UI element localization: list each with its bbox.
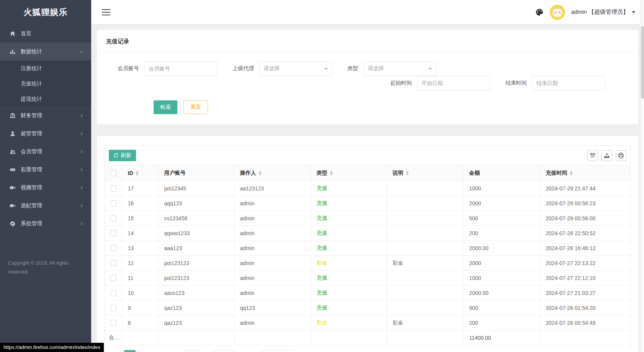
- export-icon[interactable]: [601, 150, 612, 161]
- sidebar-item-label: 财务管理: [21, 112, 79, 119]
- cell-account: poi12345: [158, 181, 234, 196]
- row-select-cell: [105, 300, 122, 315]
- cell-type: 充值: [311, 181, 387, 196]
- page-next-button[interactable]: >: [155, 350, 166, 352]
- chevron-right-icon: [79, 149, 84, 154]
- sidebar-item-system[interactable]: 系统管理: [0, 214, 91, 232]
- cell-id: 14: [122, 226, 158, 241]
- sort-icon[interactable]: [330, 171, 333, 175]
- start-date-input[interactable]: [417, 76, 490, 90]
- row-checkbox[interactable]: [110, 260, 116, 266]
- cell-time: 2024-07-27 22:12:10: [540, 270, 630, 285]
- sidebar-item-video[interactable]: 视频管理: [0, 178, 91, 196]
- page-number-button[interactable]: 1: [124, 350, 136, 352]
- member-label: 会员账号: [118, 65, 144, 72]
- theme-palette-icon[interactable]: [535, 8, 544, 16]
- jump-page-input[interactable]: [185, 350, 200, 352]
- row-checkbox[interactable]: [110, 200, 116, 206]
- sort-icon[interactable]: [570, 171, 573, 175]
- row-checkbox[interactable]: [110, 290, 116, 296]
- chevron-down-icon: [79, 49, 84, 54]
- sidebar-subitem-recharge-stats[interactable]: 充值统计: [0, 76, 91, 91]
- user-menu[interactable]: admin 【超级管理员】: [571, 8, 636, 16]
- app-logo: 火狐狸娱乐: [0, 0, 91, 25]
- member-input[interactable]: [144, 61, 217, 76]
- cell-time: 2024-07-29 21:47:44: [540, 181, 630, 196]
- scrollbar-thumb[interactable]: [641, 26, 644, 99]
- refresh-button[interactable]: 刷新: [109, 150, 136, 161]
- scrollbar[interactable]: [640, 0, 644, 352]
- sidebar-item-super-admin[interactable]: 超管管理: [0, 124, 91, 142]
- page-number-button[interactable]: 2: [139, 350, 151, 352]
- table-row: 11poi123123admin充值10002024-07-27 22:12:1…: [105, 270, 630, 285]
- menu-collapse-icon[interactable]: [102, 9, 110, 15]
- sidebar-item-home[interactable]: 首页: [0, 25, 91, 43]
- table-card: 刷新: [97, 136, 638, 352]
- sort-icon[interactable]: [259, 171, 262, 175]
- sidebar-item-finance[interactable]: 财务管理: [0, 106, 91, 124]
- row-checkbox[interactable]: [110, 215, 116, 221]
- cell-amount: 2000: [463, 255, 540, 270]
- sidebar-subitem-withdraw-stats[interactable]: 提现统计: [0, 91, 91, 106]
- agent-select[interactable]: 请选择: [259, 61, 332, 76]
- copyright-text: Copyright © 2019. All rights reserved.: [8, 259, 77, 276]
- cell-time: 2024-07-29 00:56:23: [540, 196, 630, 211]
- chart-icon: [9, 48, 16, 55]
- table-row: 16qqq123admin充值20002024-07-29 00:56:23: [105, 196, 630, 211]
- row-checkbox[interactable]: [110, 185, 116, 192]
- column-label: 金额: [469, 170, 480, 177]
- select-all-checkbox[interactable]: [110, 170, 116, 176]
- filter-row-1: 会员账号 上级代理 请选择 类型: [106, 61, 629, 76]
- sidebar-subitem-register-stats[interactable]: 注册统计: [0, 61, 91, 76]
- row-checkbox[interactable]: [110, 245, 116, 251]
- reset-button[interactable]: 重置: [184, 100, 208, 114]
- jump-confirm-button[interactable]: 确定: [213, 350, 234, 352]
- sort-icon[interactable]: [136, 171, 139, 175]
- cell-account: cs123456: [158, 211, 234, 226]
- sidebar-item-members[interactable]: 会员管理: [0, 142, 91, 160]
- user-avatar[interactable]: [550, 5, 565, 20]
- cell-type: 充值: [311, 300, 387, 315]
- cell-operator: admin: [234, 196, 311, 211]
- cell-account: poi123123: [158, 270, 234, 285]
- type-select-value: 请选择: [368, 65, 384, 72]
- columns-filter-icon[interactable]: [587, 150, 598, 161]
- print-icon[interactable]: [616, 150, 626, 161]
- row-checkbox[interactable]: [110, 305, 116, 311]
- sidebar-item-concubine[interactable]: 选妃管理: [0, 196, 91, 214]
- table-toolbar: 刷新: [105, 146, 630, 165]
- column-header: 说明: [387, 165, 463, 181]
- chevron-right-icon: [79, 203, 84, 208]
- cell-amount: 500: [463, 300, 540, 315]
- cell-note: [387, 181, 463, 196]
- per-page-select[interactable]: 10 条/页: [261, 350, 293, 352]
- cell-type: 充值: [311, 211, 387, 226]
- chevron-down-icon: [428, 68, 432, 72]
- page-prev-button[interactable]: <: [109, 350, 120, 352]
- row-checkbox[interactable]: [110, 320, 116, 326]
- sidebar-item-data-stats[interactable]: 数据统计: [0, 43, 91, 61]
- cell-operator: admin: [234, 226, 311, 241]
- sort-icon[interactable]: [406, 171, 409, 175]
- cell-type: 充值: [311, 196, 387, 211]
- cell-id: 12: [122, 255, 158, 270]
- type-field-group: 类型 请选择: [347, 61, 436, 76]
- cell-account: qqq123: [158, 196, 234, 211]
- total-amount: 11400.00: [463, 330, 540, 345]
- end-date-input[interactable]: [532, 76, 605, 90]
- row-checkbox[interactable]: [110, 230, 116, 236]
- sidebar-item-label: 彩票管理: [21, 166, 79, 173]
- table-row: 8qaz123admin彩金彩金2002024-07-26 00:54:49: [105, 315, 630, 330]
- type-badge: 充值: [317, 200, 328, 206]
- users-icon: [9, 148, 16, 155]
- cell-time: 2024-07-28 22:50:52: [540, 226, 630, 241]
- row-select-cell: [105, 181, 122, 196]
- table-view: 刷新: [105, 146, 631, 352]
- cell-account: aass123: [158, 285, 234, 300]
- type-select[interactable]: 请选择: [364, 61, 436, 76]
- cell-note: 彩金: [387, 255, 463, 270]
- sidebar-item-lottery[interactable]: 彩票管理: [0, 160, 91, 178]
- cell-operator: admin: [234, 270, 311, 285]
- row-checkbox[interactable]: [110, 275, 116, 281]
- search-button[interactable]: 检索: [154, 100, 177, 114]
